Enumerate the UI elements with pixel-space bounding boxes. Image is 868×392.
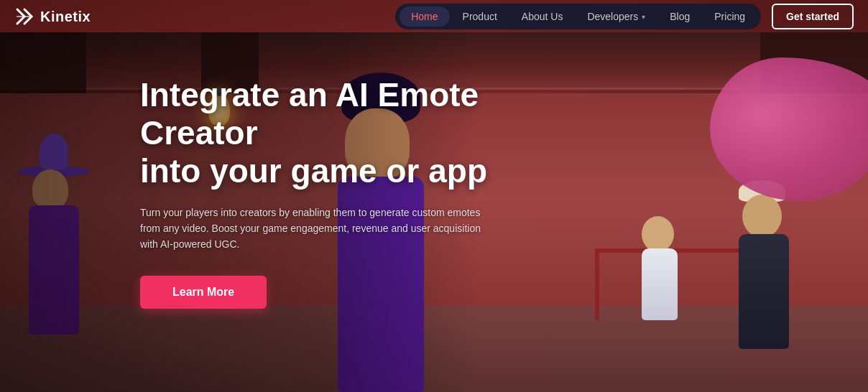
logo-text: Kinetix (40, 9, 91, 25)
chevron-down-icon: ▾ (642, 13, 645, 21)
navbar: Kinetix Home Product About Us Developers… (0, 0, 868, 33)
logo: Kinetix (14, 6, 91, 27)
nav-item-pricing[interactable]: Pricing (703, 6, 757, 27)
hero-section: Integrate an AI Emote Creator into your … (0, 33, 868, 392)
hero-subtitle: Turn your players into creators by enabl… (140, 205, 485, 253)
nav-pill: Home Product About Us Developers ▾ Blog … (395, 4, 761, 29)
nav-item-home[interactable]: Home (400, 6, 449, 27)
hero-text-block: Integrate an AI Emote Creator into your … (140, 76, 535, 309)
nav-item-about[interactable]: About Us (510, 6, 575, 27)
logo-icon (14, 6, 34, 27)
hero-title: Integrate an AI Emote Creator into your … (140, 76, 535, 190)
get-started-button[interactable]: Get started (772, 4, 854, 29)
learn-more-button[interactable]: Learn More (140, 276, 267, 309)
nav-item-product[interactable]: Product (451, 6, 509, 27)
nav-item-developers[interactable]: Developers ▾ (576, 6, 657, 27)
nav-item-blog[interactable]: Blog (658, 6, 701, 27)
